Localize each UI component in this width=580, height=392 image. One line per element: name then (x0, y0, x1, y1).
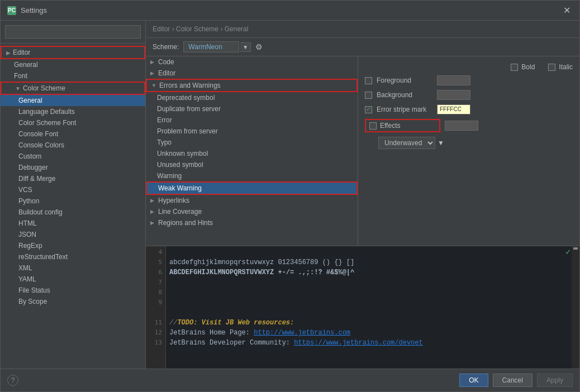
error-stripe-checkbox[interactable] (365, 106, 372, 113)
tree-item-typo[interactable]: Typo (146, 137, 358, 148)
app-icon: PC (7, 6, 16, 15)
line-9: 9 (146, 298, 165, 308)
background-swatch[interactable] (437, 90, 470, 100)
tri-editor: ▶ (150, 70, 156, 76)
sidebar-item-general-sub[interactable]: General (1, 95, 145, 106)
sidebar-item-editor[interactable]: ▶ Editor (1, 46, 145, 59)
code-line-10 (169, 308, 568, 318)
sidebar-item-debugger[interactable]: Debugger (1, 162, 145, 173)
search-box (1, 21, 145, 44)
tri-regions: ▶ (150, 220, 156, 226)
italic-checkbox[interactable] (548, 64, 555, 71)
search-input[interactable] (5, 25, 141, 39)
sidebar-item-general[interactable]: General (1, 59, 145, 70)
tree-item-warning[interactable]: Warning (146, 170, 358, 181)
tree-item-unused[interactable]: Unused symbol (146, 159, 358, 170)
window-title: Settings (21, 6, 47, 15)
sidebar-item-yaml[interactable]: YAML (1, 274, 145, 285)
scheme-dropdown-arrow[interactable]: ▼ (240, 42, 251, 52)
effects-dropdown-row: Underwaved ▼ (365, 137, 573, 149)
preview-scrollbar[interactable] (572, 246, 579, 369)
tree-item-problem[interactable]: Problem from server (146, 126, 358, 137)
tree-item-hyperlinks[interactable]: ▶ Hyperlinks (146, 195, 358, 206)
tree-item-code[interactable]: ▶ Code (146, 56, 358, 68)
background-row: Background (365, 90, 573, 100)
expand-arrow: ▶ (6, 50, 11, 56)
tri-errors: ▼ (151, 83, 157, 88)
tree-item-deprecated[interactable]: Deprecated symbol (146, 92, 358, 103)
line-13: 13 (146, 338, 165, 348)
sidebar-item-restructuredtext[interactable]: reStructuredText (1, 251, 145, 262)
sidebar-item-diff-merge[interactable]: Diff & Merge (1, 173, 145, 184)
code-line-8 (169, 288, 568, 298)
sidebar-item-color-scheme-font[interactable]: Color Scheme Font (1, 117, 145, 128)
line-10 (146, 308, 165, 318)
tree-item-regions-hints[interactable]: ▶ Regions and Hints (146, 217, 358, 228)
line-4: 4 (146, 247, 165, 257)
properties-panel: Bold Italic Foreground (358, 56, 579, 246)
foreground-label: Foreground (377, 77, 432, 84)
line-11: 11 (146, 318, 165, 328)
foreground-checkbox[interactable] (365, 77, 372, 84)
ok-button[interactable]: OK (459, 374, 488, 387)
close-button[interactable]: ✕ (561, 5, 573, 16)
code-line-12: JetBrains Home Page: http://www.jetbrain… (169, 328, 568, 338)
code-line-9 (169, 298, 568, 308)
sidebar-item-language-defaults[interactable]: Language Defaults (1, 106, 145, 117)
sidebar-item-file-status[interactable]: File Status (1, 285, 145, 296)
breadcrumb: Editor › Color Scheme › General (146, 21, 579, 38)
green-check: ✓ (565, 247, 572, 256)
bold-checkbox[interactable] (511, 64, 518, 71)
apply-button[interactable]: Apply (537, 374, 573, 387)
scroll-thumb[interactable] (573, 247, 578, 250)
foreground-row: Foreground (365, 75, 573, 85)
scheme-value: WarmNeon (183, 41, 239, 52)
title-bar-left: PC Settings (7, 6, 47, 15)
sidebar-item-custom[interactable]: Custom (1, 151, 145, 162)
code-line-5: abcdefghijklmnopqrstuvwxyz 0123456789 ()… (169, 257, 568, 267)
sidebar-item-buildout[interactable]: Buildout config (1, 207, 145, 218)
bold-italic-row: Bold Italic (365, 63, 573, 71)
preview-code: abcdefghijklmnopqrstuvwxyz 0123456789 ()… (167, 246, 571, 369)
error-stripe-swatch[interactable]: FFFFCC (437, 104, 470, 114)
line-12: 12 (146, 328, 165, 338)
main-panel: Editor › Color Scheme › General Scheme: … (146, 21, 579, 369)
effects-checkbox[interactable] (369, 122, 377, 130)
scheme-select-wrapper: WarmNeon ▼ (183, 41, 251, 52)
tree-item-editor[interactable]: ▶ Editor (146, 68, 358, 79)
help-button[interactable]: ? (7, 375, 18, 386)
sidebar-item-regexp[interactable]: RegExp (1, 240, 145, 251)
sidebar-item-font[interactable]: Font (1, 70, 145, 82)
sidebar-item-xml[interactable]: XML (1, 262, 145, 274)
sidebar-item-vcs[interactable]: VCS (1, 184, 145, 195)
tree-item-line-coverage[interactable]: ▶ Line Coverage (146, 206, 358, 217)
tree-item-weak-warning[interactable]: Weak Warning (146, 181, 358, 195)
effects-label: Effects (380, 122, 436, 130)
foreground-swatch[interactable] (437, 75, 470, 85)
code-line-6: ABCDEFGHIJKLMNOPQRSTUVWXYZ +-/= .,;:!? #… (169, 267, 568, 278)
effects-type-select[interactable]: Underwaved (378, 137, 435, 149)
code-line-11: //TODO: Visit JB Web resources: (169, 318, 568, 328)
error-stripe-label: Error stripe mark (377, 106, 432, 113)
sidebar-item-console-colors[interactable]: Console Colors (1, 140, 145, 151)
tree-item-duplicate[interactable]: Duplicate from server (146, 103, 358, 114)
background-label: Background (377, 91, 432, 99)
sidebar-item-console-font[interactable]: Console Font (1, 128, 145, 140)
tree-item-unknown[interactable]: Unknown symbol (146, 148, 358, 159)
sidebar-item-by-scope[interactable]: By Scope (1, 296, 145, 307)
sidebar-item-html[interactable]: HTML (1, 218, 145, 229)
title-bar: PC Settings ✕ (1, 1, 579, 21)
bold-label: Bold (521, 63, 535, 71)
tree-panel: ▶ Code ▶ Editor ▼ Errors and Warnings De (146, 56, 358, 246)
background-checkbox[interactable] (365, 92, 372, 99)
scheme-gear-button[interactable]: ⚙ (255, 42, 263, 51)
tree-item-errors-warnings[interactable]: ▼ Errors and Warnings (146, 79, 358, 92)
sidebar-item-python[interactable]: Python (1, 195, 145, 207)
effects-swatch[interactable] (445, 121, 478, 131)
settings-window: PC Settings ✕ ▶ Editor General Font (0, 0, 580, 392)
line-8: 8 (146, 288, 165, 298)
sidebar-item-json[interactable]: JSON (1, 229, 145, 240)
cancel-button[interactable]: Cancel (493, 374, 533, 387)
sidebar-item-color-scheme[interactable]: ▼ Color Scheme (1, 82, 145, 95)
tree-item-error[interactable]: Error (146, 114, 358, 126)
